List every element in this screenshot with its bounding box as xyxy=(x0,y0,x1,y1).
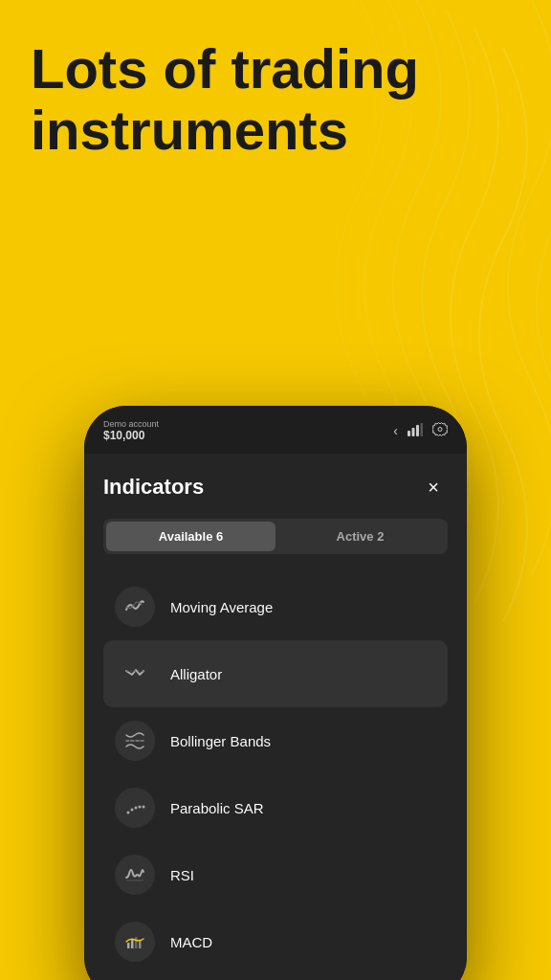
parabolic-icon xyxy=(115,788,155,828)
settings-icon[interactable] xyxy=(432,422,448,440)
panel-header: Indicators × xyxy=(103,473,448,501)
svg-point-6 xyxy=(127,812,130,814)
alligator-label: Alligator xyxy=(170,666,222,682)
account-label: Demo account xyxy=(103,419,159,429)
account-balance: $10,000 xyxy=(103,429,159,442)
alligator-icon xyxy=(115,654,155,694)
svg-rect-2 xyxy=(416,425,419,436)
svg-point-9 xyxy=(139,806,142,809)
svg-rect-15 xyxy=(139,941,142,948)
svg-rect-12 xyxy=(127,943,130,948)
indicator-list: Moving Average Alligator xyxy=(103,573,448,975)
rsi-label: RSI xyxy=(170,867,194,883)
indicator-item-moving-average[interactable]: Moving Average xyxy=(103,573,448,640)
macd-icon xyxy=(115,922,155,962)
svg-point-8 xyxy=(135,807,138,810)
indicator-item-parabolic[interactable]: Parabolic SAR xyxy=(103,774,448,841)
phone-mockup: Demo account $10,000 ‹ xyxy=(84,406,467,980)
hero-section: Lots of trading instruments xyxy=(31,38,520,161)
signal-icon xyxy=(408,423,423,439)
svg-rect-3 xyxy=(421,423,424,436)
panel-title: Indicators xyxy=(103,475,204,500)
back-icon: ‹ xyxy=(393,423,398,438)
phone-screen: Demo account $10,000 ‹ xyxy=(84,406,467,980)
phone-frame: Demo account $10,000 ‹ xyxy=(84,406,467,980)
moving-average-label: Moving Average xyxy=(170,599,273,615)
moving-average-icon xyxy=(115,587,155,627)
account-info: Demo account $10,000 xyxy=(103,419,159,442)
svg-rect-1 xyxy=(412,428,415,436)
tab-active[interactable]: Active 2 xyxy=(276,522,445,551)
macd-label: MACD xyxy=(170,934,212,950)
indicator-item-bollinger[interactable]: Bollinger Bands xyxy=(103,707,448,774)
svg-rect-13 xyxy=(131,940,134,948)
bollinger-label: Bollinger Bands xyxy=(170,733,271,749)
status-bar: Demo account $10,000 ‹ xyxy=(84,406,467,450)
indicator-item-macd[interactable]: MACD xyxy=(103,908,448,975)
indicator-item-alligator[interactable]: Alligator xyxy=(103,640,448,707)
tabs-container: Available 6 Active 2 xyxy=(103,519,448,554)
status-icons: ‹ xyxy=(393,422,448,440)
bollinger-icon xyxy=(115,721,155,761)
rsi-icon xyxy=(115,855,155,895)
svg-rect-0 xyxy=(408,431,410,436)
parabolic-label: Parabolic SAR xyxy=(170,800,264,816)
svg-point-10 xyxy=(143,806,145,809)
svg-rect-14 xyxy=(135,937,138,948)
hero-title: Lots of trading instruments xyxy=(31,38,520,161)
tab-available[interactable]: Available 6 xyxy=(106,522,276,551)
svg-point-7 xyxy=(131,809,134,812)
svg-point-4 xyxy=(438,427,442,431)
indicators-panel: Indicators × Available 6 Active 2 xyxy=(84,454,467,980)
indicator-item-rsi[interactable]: RSI xyxy=(103,841,448,908)
close-button[interactable]: × xyxy=(419,473,448,501)
